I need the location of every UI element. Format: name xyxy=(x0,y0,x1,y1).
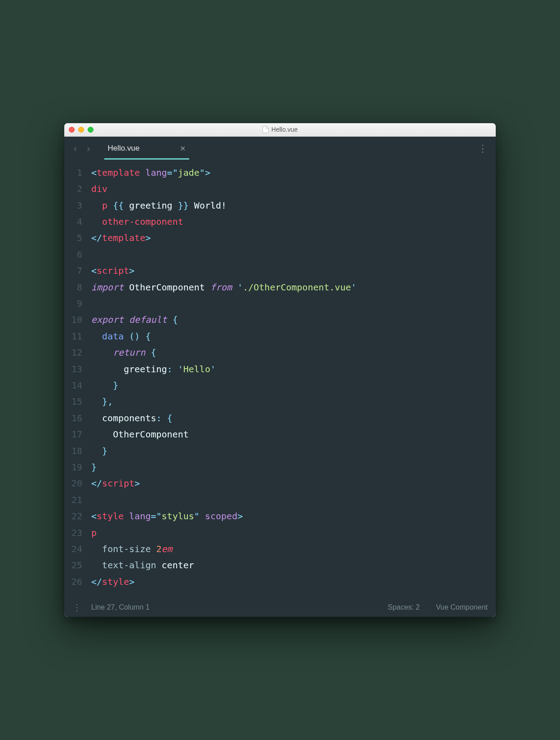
code-line[interactable]: 25 text-align center xyxy=(64,557,496,573)
code-line[interactable]: 24 font-size 2em xyxy=(64,541,496,557)
code-line[interactable]: 11 data () { xyxy=(64,328,496,344)
tabbar: ‹ › Hello.vue ✕ ⋮ xyxy=(64,137,496,161)
code-line[interactable]: 14 } xyxy=(64,377,496,393)
nav-arrows: ‹ › xyxy=(70,142,94,155)
line-number: 10 xyxy=(64,312,91,328)
titlebar[interactable]: Hello.vue xyxy=(64,123,496,137)
line-source[interactable]: } xyxy=(91,459,496,475)
line-source[interactable]: }, xyxy=(91,393,496,410)
line-source[interactable]: other-component xyxy=(91,214,496,230)
code-line[interactable]: 6 xyxy=(64,246,496,263)
line-number: 25 xyxy=(64,557,91,573)
line-source[interactable]: p {{ greeting }} World! xyxy=(91,197,496,214)
line-source[interactable]: <style lang="stylus" scoped> xyxy=(91,508,496,524)
code-line[interactable]: 10export default { xyxy=(64,312,496,328)
code-area[interactable]: 1<template lang="jade">2div3 p {{ greeti… xyxy=(64,161,496,598)
code-line[interactable]: 5</template> xyxy=(64,230,496,246)
tab-close-icon[interactable]: ✕ xyxy=(180,144,186,153)
code-line[interactable]: 20</script> xyxy=(64,475,496,491)
line-number: 5 xyxy=(64,230,91,246)
line-number: 22 xyxy=(64,508,91,524)
line-source[interactable]: greeting: 'Hello' xyxy=(91,361,496,377)
line-source[interactable]: </style> xyxy=(91,574,496,590)
statusbar-menu-icon[interactable]: ⋮ xyxy=(72,602,81,613)
code-line[interactable]: 21 xyxy=(64,492,496,508)
line-source[interactable]: font-size 2em xyxy=(91,541,496,557)
code-line[interactable]: 26</style> xyxy=(64,574,496,590)
code-line[interactable]: 13 greeting: 'Hello' xyxy=(64,361,496,377)
code-line[interactable]: 12 return { xyxy=(64,344,496,361)
line-number: 9 xyxy=(64,295,91,312)
editor: ‹ › Hello.vue ✕ ⋮ 1<template lang="jade"… xyxy=(64,137,496,617)
nav-back-icon[interactable]: ‹ xyxy=(70,142,81,155)
code-line[interactable]: 4 other-component xyxy=(64,214,496,230)
line-source[interactable]: <template lang="jade"> xyxy=(91,165,496,181)
file-icon xyxy=(262,126,269,133)
code-line[interactable]: 3 p {{ greeting }} World! xyxy=(64,197,496,214)
line-source[interactable]: p xyxy=(91,525,496,541)
window-title-text: Hello.vue xyxy=(271,126,298,133)
tab-label: Hello.vue xyxy=(108,144,140,153)
line-source[interactable]: } xyxy=(91,443,496,459)
app-window: Hello.vue ‹ › Hello.vue ✕ ⋮ 1<template l… xyxy=(64,123,496,617)
line-source[interactable]: import OtherComponent from './OtherCompo… xyxy=(91,279,496,295)
code-line[interactable]: 16 components: { xyxy=(64,410,496,426)
code-line[interactable]: 17 OtherComponent xyxy=(64,426,496,442)
line-source[interactable]: text-align center xyxy=(91,557,496,573)
line-source[interactable]: OtherComponent xyxy=(91,426,496,442)
line-source[interactable]: return { xyxy=(91,344,496,361)
line-number: 3 xyxy=(64,197,91,214)
code-line[interactable]: 23p xyxy=(64,525,496,541)
line-number: 6 xyxy=(64,246,91,263)
line-number: 12 xyxy=(64,344,91,361)
line-number: 7 xyxy=(64,263,91,279)
line-number: 21 xyxy=(64,492,91,508)
line-source[interactable]: export default { xyxy=(91,312,496,328)
line-number: 23 xyxy=(64,525,91,541)
code-line[interactable]: 9 xyxy=(64,295,496,312)
code-line[interactable]: 19} xyxy=(64,459,496,475)
line-source[interactable]: <script> xyxy=(91,263,496,279)
line-number: 8 xyxy=(64,279,91,295)
traffic-lights xyxy=(69,127,93,133)
line-number: 1 xyxy=(64,165,91,181)
tab-active[interactable]: Hello.vue ✕ xyxy=(104,138,190,160)
minimize-button[interactable] xyxy=(78,127,84,133)
code-line[interactable]: 8import OtherComponent from './OtherComp… xyxy=(64,279,496,295)
statusbar: ⋮ Line 27, Column 1 Spaces: 2 Vue Compon… xyxy=(64,598,496,617)
code-line[interactable]: 7<script> xyxy=(64,263,496,279)
line-source[interactable]: } xyxy=(91,377,496,393)
tabbar-menu-icon[interactable]: ⋮ xyxy=(475,143,490,154)
line-number: 20 xyxy=(64,475,91,491)
code-line[interactable]: 1<template lang="jade"> xyxy=(64,165,496,181)
line-number: 18 xyxy=(64,443,91,459)
line-source[interactable] xyxy=(91,492,496,508)
close-button[interactable] xyxy=(69,127,75,133)
line-number: 14 xyxy=(64,377,91,393)
line-number: 2 xyxy=(64,181,91,197)
code-line[interactable]: 22<style lang="stylus" scoped> xyxy=(64,508,496,524)
code-line[interactable]: 15 }, xyxy=(64,393,496,410)
nav-forward-icon[interactable]: › xyxy=(83,142,94,155)
line-number: 26 xyxy=(64,574,91,590)
indent-setting[interactable]: Spaces: 2 xyxy=(388,603,420,611)
line-number: 4 xyxy=(64,214,91,230)
line-source[interactable]: </template> xyxy=(91,230,496,246)
line-source[interactable] xyxy=(91,246,496,263)
window-title: Hello.vue xyxy=(64,126,496,133)
line-source[interactable]: data () { xyxy=(91,328,496,344)
syntax-mode[interactable]: Vue Component xyxy=(436,603,488,611)
code-line[interactable]: 2div xyxy=(64,181,496,197)
line-number: 15 xyxy=(64,393,91,410)
line-source[interactable]: components: { xyxy=(91,410,496,426)
line-source[interactable] xyxy=(91,295,496,312)
maximize-button[interactable] xyxy=(88,127,93,133)
line-number: 19 xyxy=(64,459,91,475)
code-line[interactable]: 18 } xyxy=(64,443,496,459)
line-number: 16 xyxy=(64,410,91,426)
line-number: 13 xyxy=(64,361,91,377)
line-source[interactable]: div xyxy=(91,181,496,197)
cursor-position[interactable]: Line 27, Column 1 xyxy=(91,603,150,611)
line-number: 24 xyxy=(64,541,91,557)
line-source[interactable]: </script> xyxy=(91,475,496,491)
